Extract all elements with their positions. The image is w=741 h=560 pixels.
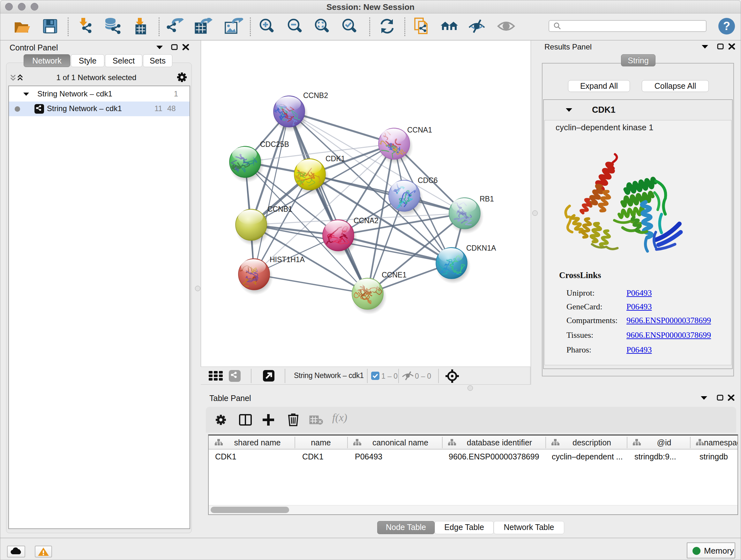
svg-text:?: ? (723, 19, 730, 33)
svg-text:CCNB1: CCNB1 (267, 205, 292, 213)
svg-text:CDC25B: CDC25B (260, 140, 289, 148)
svg-text:CCNA2: CCNA2 (354, 216, 379, 225)
svg-text:HIST1H1A: HIST1H1A (270, 255, 305, 264)
svg-text:CCNE1: CCNE1 (382, 271, 407, 279)
svg-text:CCNB2: CCNB2 (303, 91, 328, 100)
svg-text:CCNA1: CCNA1 (407, 126, 432, 134)
svg-text:CDK1: CDK1 (326, 154, 345, 163)
svg-text:RB1: RB1 (480, 195, 494, 203)
svg-text:CDKN1A: CDKN1A (466, 244, 496, 252)
svg-text:CDC6: CDC6 (418, 176, 438, 185)
